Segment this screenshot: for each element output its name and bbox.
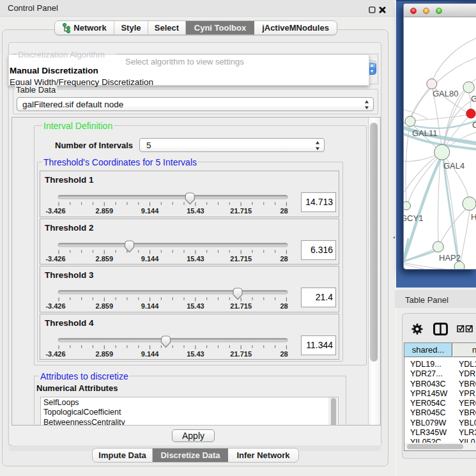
svg-text:15.43: 15.43 <box>187 350 204 358</box>
svg-text:GA: GA <box>471 94 476 104</box>
svg-text:GCY1: GCY1 <box>404 213 423 223</box>
svg-text:28: 28 <box>280 255 288 263</box>
svg-text:GAL11: GAL11 <box>412 128 438 138</box>
svg-text:28: 28 <box>280 207 288 215</box>
svg-text:28: 28 <box>280 302 288 310</box>
svg-text:15.43: 15.43 <box>187 255 204 263</box>
svg-text:GAL4: GAL4 <box>443 161 464 171</box>
svg-text:GAL80: GAL80 <box>433 89 458 98</box>
svg-text:H: H <box>471 212 476 222</box>
svg-text:9.144: 9.144 <box>141 255 159 263</box>
svg-text:28: 28 <box>280 350 288 358</box>
svg-text:2.859: 2.859 <box>96 207 114 215</box>
svg-text:21.715: 21.715 <box>230 207 252 215</box>
svg-text:21.715: 21.715 <box>230 350 252 358</box>
svg-text:-3.426: -3.426 <box>45 207 65 215</box>
svg-text:21.715: 21.715 <box>230 255 252 263</box>
svg-text:15.43: 15.43 <box>187 207 204 215</box>
svg-text:-3.426: -3.426 <box>45 255 65 263</box>
svg-text:2.859: 2.859 <box>96 302 114 310</box>
svg-text:-3.426: -3.426 <box>45 302 65 310</box>
svg-text:15.43: 15.43 <box>187 302 204 310</box>
svg-text:HAP2: HAP2 <box>439 253 461 263</box>
svg-text:2.859: 2.859 <box>96 350 114 358</box>
svg-text:C: C <box>472 120 476 130</box>
svg-text:-3.426: -3.426 <box>45 350 65 358</box>
svg-text:9.144: 9.144 <box>141 350 159 358</box>
svg-text:21.715: 21.715 <box>230 302 252 310</box>
svg-text:9.144: 9.144 <box>141 302 159 310</box>
svg-text:9.144: 9.144 <box>141 207 159 215</box>
svg-text:2.859: 2.859 <box>96 255 114 263</box>
